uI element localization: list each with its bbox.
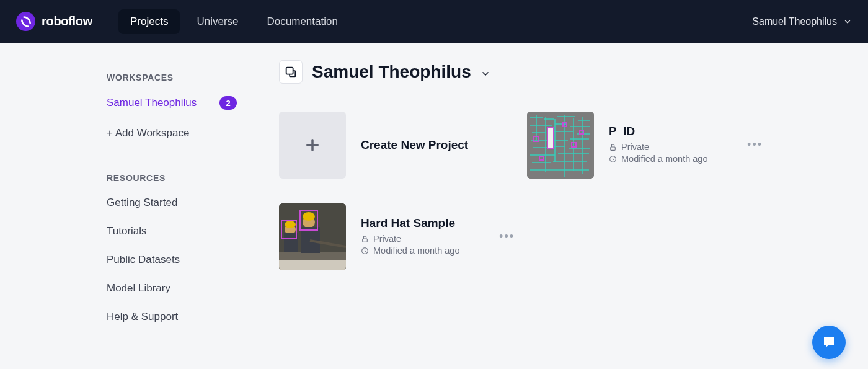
workspace-name: Samuel Theophilus xyxy=(107,97,197,109)
content-area: Samuel Theophilus Create New Project xyxy=(267,43,868,369)
svg-point-18 xyxy=(303,212,315,221)
add-workspace-button[interactable]: + Add Workspace xyxy=(107,127,267,140)
workspace-item[interactable]: Samuel Theophilus 2 xyxy=(107,96,267,110)
link-help-support[interactable]: Help & Support xyxy=(107,311,267,323)
logo-icon xyxy=(16,12,35,31)
sidebar: WORKSPACES Samuel Theophilus 2 + Add Wor… xyxy=(0,43,267,369)
project-menu-button[interactable]: ••• xyxy=(747,139,763,150)
workspace-title: Samuel Theophilus xyxy=(312,62,471,82)
projects-grid: Create New Project xyxy=(279,94,781,295)
create-thumb xyxy=(279,112,346,179)
project-modified: Modified a month ago xyxy=(609,154,775,164)
project-thumb-pid xyxy=(527,112,594,179)
create-title: Create New Project xyxy=(361,138,527,152)
visibility-label: Private xyxy=(621,142,649,152)
link-model-library[interactable]: Model Library xyxy=(107,282,267,295)
main-nav: Projects Universe Documentation xyxy=(118,9,350,34)
user-menu[interactable]: Samuel Theophilus xyxy=(752,16,852,27)
resources-header: RESOURCES xyxy=(107,173,267,183)
project-thumb-hardhat xyxy=(279,203,346,270)
modified-label: Modified a month ago xyxy=(373,246,459,256)
workspaces-header: WORKSPACES xyxy=(107,73,267,82)
create-info: Create New Project xyxy=(361,138,527,152)
create-project-card[interactable]: Create New Project xyxy=(279,112,527,179)
project-title: P_ID xyxy=(609,125,775,138)
svg-rect-0 xyxy=(286,68,293,74)
project-title: Hard Hat Sample xyxy=(361,216,527,230)
chat-button[interactable] xyxy=(812,326,846,359)
lock-icon xyxy=(609,143,617,151)
project-menu-button[interactable]: ••• xyxy=(499,231,515,242)
svg-rect-21 xyxy=(363,238,368,241)
modified-label: Modified a month ago xyxy=(621,154,707,164)
svg-rect-12 xyxy=(279,260,346,270)
plus-icon xyxy=(304,136,321,154)
lock-icon xyxy=(361,235,369,243)
workspace-dropdown[interactable] xyxy=(480,65,490,79)
project-card-hardhat[interactable]: Hard Hat Sample Private Modifie xyxy=(279,203,527,270)
svg-rect-8 xyxy=(611,146,616,149)
clock-icon xyxy=(361,247,369,255)
brand-name: roboflow xyxy=(42,14,92,29)
project-card-pid[interactable]: P_ID Private Modified a month a xyxy=(527,112,775,179)
link-getting-started[interactable]: Getting Started xyxy=(107,197,267,209)
workspace-count-badge: 2 xyxy=(219,96,237,110)
chevron-down-icon xyxy=(480,69,490,79)
nav-projects[interactable]: Projects xyxy=(118,9,180,34)
top-nav: roboflow Projects Universe Documentation… xyxy=(0,0,868,43)
svg-rect-15 xyxy=(284,233,298,252)
brand-logo[interactable]: roboflow xyxy=(16,12,92,31)
workspace-header: Samuel Theophilus xyxy=(279,60,769,94)
workspace-icon xyxy=(279,60,303,84)
nav-documentation[interactable]: Documentation xyxy=(255,9,350,34)
link-tutorials[interactable]: Tutorials xyxy=(107,225,267,238)
project-modified: Modified a month ago xyxy=(361,246,527,256)
link-public-datasets[interactable]: Public Datasets xyxy=(107,254,267,266)
svg-rect-2 xyxy=(547,127,554,148)
chevron-down-icon xyxy=(843,17,852,26)
main-layout: WORKSPACES Samuel Theophilus 2 + Add Wor… xyxy=(0,43,868,369)
svg-rect-1 xyxy=(527,112,594,179)
nav-universe[interactable]: Universe xyxy=(185,9,250,34)
visibility-label: Private xyxy=(373,234,401,244)
svg-point-14 xyxy=(285,221,296,228)
clock-icon xyxy=(609,155,617,163)
nav-left: roboflow Projects Universe Documentation xyxy=(16,9,350,34)
user-name: Samuel Theophilus xyxy=(752,16,837,27)
chat-icon xyxy=(822,335,836,350)
